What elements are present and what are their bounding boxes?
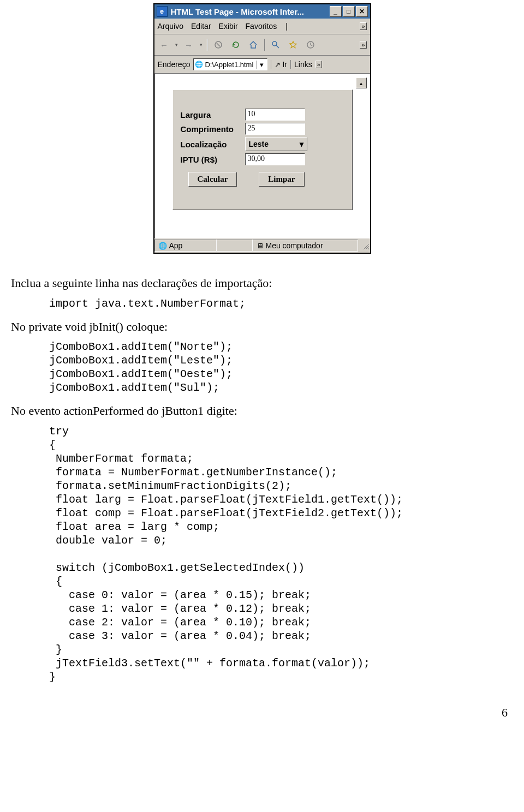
limpar-button[interactable]: Limpar [259,172,304,187]
code-block-3: try { NumberFormat formata; formata = Nu… [49,425,513,684]
largura-input[interactable]: 10 [245,109,305,121]
favorites-button[interactable] [287,39,300,51]
home-button[interactable] [247,39,260,51]
resize-grip[interactable] [358,241,370,250]
search-button[interactable] [269,39,282,51]
comprimento-input[interactable]: 25 [245,123,305,135]
minimize-button[interactable]: _ [330,6,342,17]
svg-point-2 [272,41,277,46]
status-app-text: App [169,241,183,250]
menu-chevron-icon[interactable]: » [360,22,366,30]
computer-icon: 🖥 [257,242,264,250]
code-block-1: import java.text.NumberFormat; [49,297,513,311]
go-icon: ↗ [275,61,281,69]
iptu-input[interactable]: 30,00 [245,153,305,165]
titlebar: e HTML Test Page - Microsoft Inter... _ … [154,4,370,19]
toolbar-separator [207,39,207,51]
menu-overflow[interactable]: | [285,22,288,31]
refresh-button[interactable] [229,39,242,51]
localizacao-value: Leste [249,140,269,148]
menu-favoritos[interactable]: Favoritos [246,22,277,31]
toolbar-chevron-icon[interactable]: » [360,41,366,49]
go-label: Ir [282,60,287,69]
content-area: ▴ Largura 10 Comprimento 25 Localização … [154,74,370,238]
links-chevron-icon[interactable]: » [315,61,322,68]
address-dropdown-icon[interactable]: ▾ [257,61,266,69]
toolbar-separator [264,39,265,51]
address-value: D:\Applet1.html [205,61,253,69]
svg-line-3 [276,45,279,48]
calcular-button[interactable]: Calcular [188,172,237,187]
maximize-button[interactable]: □ [343,6,355,17]
page-icon: 🌐 [195,61,203,68]
address-input[interactable]: 🌐 D:\Applet1.html ▾ [193,58,267,70]
history-button[interactable] [304,39,317,51]
code-block-2: jComboBox1.addItem("Norte"); jComboBox1.… [49,340,513,395]
paragraph-1: Inclua a seguinte linha nas declarações … [11,276,513,291]
menu-editar[interactable]: Editar [191,22,211,31]
paragraph-2: No private void jbInit() coloque: [11,319,513,335]
applet-panel: Largura 10 Comprimento 25 Localização Le… [172,89,353,210]
back-button[interactable]: ← [158,39,171,51]
svg-line-7 [368,248,369,249]
page-number: 6 [11,706,513,720]
close-button[interactable]: ✕ [356,6,368,17]
paragraph-3: No evento actionPerformed do jButton1 di… [11,403,513,419]
go-button[interactable]: ↗ Ir [271,60,287,69]
menu-arquivo[interactable]: Arquivo [158,22,183,31]
menu-exibir[interactable]: Exibir [219,22,238,31]
localizacao-select[interactable]: Leste ▾ [245,137,307,151]
menubar: Arquivo Editar Exibir Favoritos | » [154,19,370,34]
address-bar: Endereço 🌐 D:\Applet1.html ▾ ↗ Ir Links … [154,56,370,74]
iptu-label: IPTU (R$) [181,155,245,164]
ie-icon: e [157,6,168,17]
links-label[interactable]: Links [294,60,312,69]
browser-window: e HTML Test Page - Microsoft Inter... _ … [153,3,371,254]
statusbar: 🌐 App 🖥 Meu computador [154,238,370,253]
localizacao-label: Localização [181,140,245,149]
largura-label: Largura [181,110,245,120]
chevron-down-icon: ▾ [300,140,303,148]
scroll-up-button[interactable]: ▴ [356,77,367,88]
window-title: HTML Test Page - Microsoft Inter... [171,7,329,16]
status-page-icon: 🌐 [158,242,167,250]
toolbar: ← ▾ → ▾ [154,34,370,56]
address-label: Endereço [158,60,190,69]
screenshot-container: e HTML Test Page - Microsoft Inter... _ … [11,3,513,254]
svg-line-1 [217,43,220,46]
status-zone-text: Meu computador [266,241,323,250]
forward-button[interactable]: → [182,39,195,51]
comprimento-label: Comprimento [181,124,245,134]
stop-button[interactable] [212,39,225,51]
